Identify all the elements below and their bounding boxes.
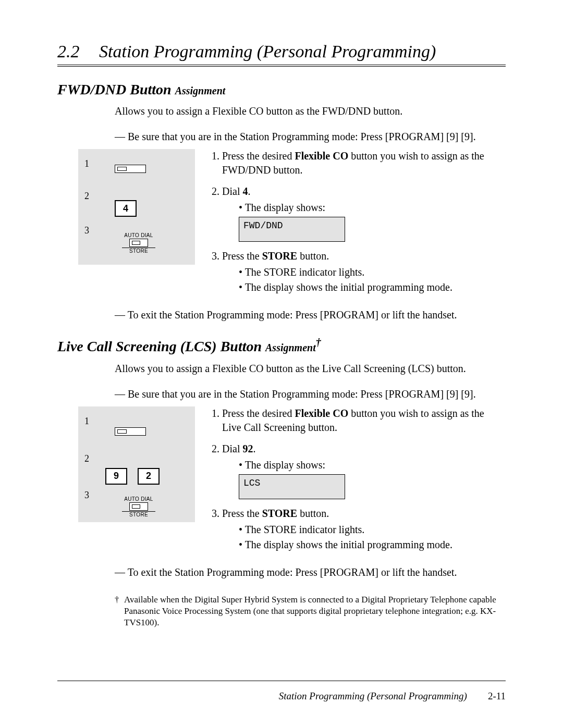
store-key-icon — [129, 239, 148, 247]
store-key-icon — [129, 502, 148, 511]
step3-text-a: Press the — [222, 250, 262, 262]
lcs-step2-bullet: The display shows: — [239, 458, 506, 472]
lcs-precondition: — Be sure that you are in the Station Pr… — [115, 387, 506, 401]
lcs-intro: Allows you to assign a Flexible CO butto… — [115, 362, 506, 376]
store-button-icon: AUTO DIAL STORE — [122, 232, 155, 254]
lcs-row: 1 2 9 2 3 AUTO DIAL STORE Press the desi… — [78, 406, 506, 559]
fwddnd-heading-main: FWD/DND Button — [57, 81, 172, 97]
footnote-dagger: † — [115, 594, 124, 628]
store-label: STORE — [122, 248, 155, 254]
diagram2-step-3: 3 — [84, 490, 89, 501]
lcs-step2-a: Dial — [222, 443, 242, 454]
footnote: † Available when the Digital Super Hybri… — [115, 594, 506, 628]
section-title: 2.2Station Programming (Personal Program… — [57, 42, 506, 61]
lcs-step3-c: button. — [297, 508, 329, 519]
key-2-icon: 2 — [138, 468, 160, 485]
section-title-text: Station Programming (Personal Programmin… — [99, 42, 436, 61]
section-number: 2.2 — [57, 42, 99, 61]
lcs-heading-main: Live Call Screening (LCS) Button — [57, 339, 262, 355]
flexible-co-button-icon — [115, 427, 146, 436]
fwddnd-steps: Press the desired Flexible CO button you… — [211, 149, 506, 302]
step2-bullet: The display shows: — [239, 201, 506, 215]
lcs-step3-a: Press the — [222, 508, 262, 519]
footer-title: Station Programming (Personal Programmin… — [279, 690, 467, 702]
lcs-step-2: Dial 92. The display shows: LCS — [222, 442, 506, 499]
lcs-step3-bullet-1: The STORE indicator lights. — [239, 523, 506, 537]
fwddnd-heading: FWD/DND Button Assignment — [57, 81, 506, 98]
fwddnd-diagram: 1 2 4 3 AUTO DIAL STORE — [78, 149, 195, 265]
diagram-step-2: 2 — [84, 191, 89, 202]
keypad-row: 9 2 — [105, 468, 160, 485]
step1-text-b: Flexible CO — [295, 150, 348, 162]
step2-dial: 4 — [242, 186, 248, 197]
fwddnd-heading-sub: Assignment — [175, 85, 226, 96]
lcs-step3-b: STORE — [262, 508, 297, 519]
fwddnd-row: 1 2 4 3 AUTO DIAL STORE Press the desire… — [78, 149, 506, 302]
keypad-row: 4 — [115, 200, 137, 217]
lcs-diagram: 1 2 9 2 3 AUTO DIAL STORE — [78, 406, 195, 522]
footnote-text: Available when the Digital Super Hybrid … — [124, 594, 506, 628]
lcs-step2-b: . — [253, 443, 255, 454]
lcs-step-1: Press the desired Flexible CO button you… — [222, 406, 506, 435]
auto-dial-label: AUTO DIAL — [122, 496, 155, 502]
lcs-heading-sub: Assignment — [265, 342, 316, 354]
footer-rule — [57, 681, 506, 681]
lcs-step1-b: Flexible CO — [295, 408, 348, 419]
fwddnd-display: FWD/DND — [239, 217, 345, 242]
key-9-icon: 9 — [105, 468, 127, 485]
step3-bullet-1: The STORE indicator lights. — [239, 265, 506, 279]
lcs-heading-dagger: † — [316, 337, 321, 348]
step3-bullet-2: The display shows the initial programmin… — [239, 280, 506, 294]
footer-page: 2-11 — [488, 690, 506, 702]
fwddnd-precondition: — Be sure that you are in the Station Pr… — [115, 130, 506, 144]
lcs-step3-bullet-2: The display shows the initial programmin… — [239, 538, 506, 552]
fwddnd-step-2: Dial 4. The display shows: FWD/DND — [222, 184, 506, 242]
page-footer: Station Programming (Personal Programmin… — [57, 690, 506, 702]
key-4-icon: 4 — [115, 200, 137, 217]
fwddnd-exit: — To exit the Station Programming mode: … — [115, 309, 506, 321]
store-button-icon: AUTO DIAL STORE — [122, 496, 155, 517]
title-rule — [57, 65, 506, 67]
lcs-step2-dial: 92 — [242, 443, 253, 454]
lcs-exit: — To exit the Station Programming mode: … — [115, 566, 506, 578]
step3-text-b: STORE — [262, 250, 297, 262]
step1-text-a: Press the desired — [222, 150, 295, 162]
fwddnd-step-3: Press the STORE button. The STORE indica… — [222, 249, 506, 294]
fwddnd-intro: Allows you to assign a Flexible CO butto… — [115, 104, 506, 118]
step2-text-b: . — [248, 186, 250, 197]
diagram2-step-1: 1 — [84, 416, 89, 427]
lcs-steps: Press the desired Flexible CO button you… — [211, 406, 506, 559]
lcs-step1-a: Press the desired — [222, 408, 295, 419]
diagram-step-3: 3 — [84, 225, 89, 236]
step2-text-a: Dial — [222, 186, 242, 197]
flexible-co-button-icon — [115, 165, 146, 173]
auto-dial-label: AUTO DIAL — [122, 232, 155, 238]
diagram-step-1: 1 — [84, 158, 89, 169]
diagram2-step-2: 2 — [84, 453, 89, 464]
step3-text-c: button. — [297, 250, 329, 262]
page: 2.2Station Programming (Personal Program… — [0, 0, 563, 728]
lcs-step-3: Press the STORE button. The STORE indica… — [222, 507, 506, 552]
lcs-heading: Live Call Screening (LCS) Button Assignm… — [57, 337, 506, 355]
fwddnd-step-1: Press the desired Flexible CO button you… — [222, 149, 506, 177]
store-label: STORE — [122, 512, 155, 517]
lcs-display: LCS — [239, 474, 345, 499]
